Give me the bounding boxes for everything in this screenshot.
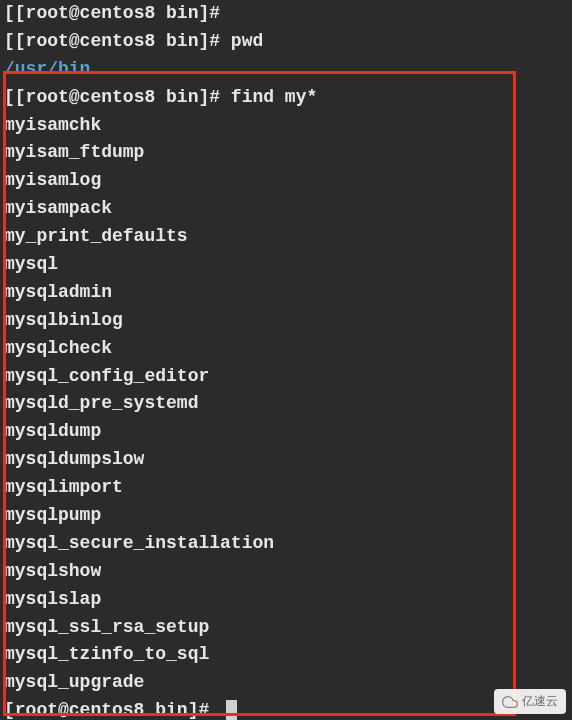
- terminal-line: [[root@centos8 bin]# pwd: [4, 28, 568, 56]
- command-output: mysqldumpslow: [4, 449, 144, 469]
- terminal-line: mysqlcheck: [4, 335, 568, 363]
- shell-command: find my*: [231, 87, 317, 107]
- watermark: 亿速云: [494, 689, 566, 714]
- command-output: my_print_defaults: [4, 226, 188, 246]
- terminal-line: mysql_secure_installation: [4, 530, 568, 558]
- command-output: mysqlbinlog: [4, 310, 123, 330]
- command-output: mysql_secure_installation: [4, 533, 274, 553]
- command-output: mysql_upgrade: [4, 672, 144, 692]
- shell-prompt: [root@centos8 bin]#: [15, 3, 231, 23]
- terminal-line: mysqlimport: [4, 474, 568, 502]
- command-output: mysqlcheck: [4, 338, 112, 358]
- command-output: mysqlpump: [4, 505, 101, 525]
- shell-prompt: [root@centos8 bin]#: [4, 700, 220, 720]
- terminal-line: myisampack: [4, 195, 568, 223]
- terminal-line: mysqlslap: [4, 586, 568, 614]
- terminal-line: [[root@centos8 bin]#: [4, 0, 568, 28]
- terminal-line: mysql_ssl_rsa_setup: [4, 614, 568, 642]
- cloud-icon: [502, 694, 518, 710]
- command-output: mysqlimport: [4, 477, 123, 497]
- command-output: mysqld_pre_systemd: [4, 393, 198, 413]
- terminal-line: my_print_defaults: [4, 223, 568, 251]
- watermark-text: 亿速云: [522, 692, 558, 711]
- terminal-output[interactable]: [[root@centos8 bin]# [[root@centos8 bin]…: [4, 0, 568, 720]
- cursor: [226, 700, 237, 720]
- command-output: myisamlog: [4, 170, 101, 190]
- command-output: mysql_ssl_rsa_setup: [4, 617, 209, 637]
- terminal-line: mysqlshow: [4, 558, 568, 586]
- command-output: mysqldump: [4, 421, 101, 441]
- terminal-line: [[root@centos8 bin]# find my*: [4, 84, 568, 112]
- terminal-line: mysqladmin: [4, 279, 568, 307]
- command-output: mysqlslap: [4, 589, 101, 609]
- shell-prompt: [root@centos8 bin]#: [15, 31, 231, 51]
- terminal-line: mysql: [4, 251, 568, 279]
- command-output: myisam_ftdump: [4, 142, 144, 162]
- terminal-line: mysql_config_editor: [4, 363, 568, 391]
- shell-prompt: [root@centos8 bin]#: [15, 87, 231, 107]
- shell-command: pwd: [231, 31, 263, 51]
- terminal-line: /usr/bin: [4, 56, 568, 84]
- terminal-line: myisamlog: [4, 167, 568, 195]
- command-output: mysql_tzinfo_to_sql: [4, 644, 209, 664]
- terminal-line: mysql_upgrade: [4, 669, 568, 697]
- terminal-line: mysqldumpslow: [4, 446, 568, 474]
- command-output: myisampack: [4, 198, 112, 218]
- terminal-line: mysqlpump: [4, 502, 568, 530]
- command-output: mysqlshow: [4, 561, 101, 581]
- command-output: mysql: [4, 254, 58, 274]
- terminal-line: myisam_ftdump: [4, 139, 568, 167]
- command-output: mysqladmin: [4, 282, 112, 302]
- command-output: mysql_config_editor: [4, 366, 209, 386]
- command-output: myisamchk: [4, 115, 101, 135]
- terminal-line: [root@centos8 bin]#: [4, 697, 568, 720]
- path-output: /usr/bin: [4, 59, 90, 79]
- terminal-line: mysqlbinlog: [4, 307, 568, 335]
- terminal-line: mysqldump: [4, 418, 568, 446]
- terminal-line: mysql_tzinfo_to_sql: [4, 641, 568, 669]
- terminal-line: myisamchk: [4, 112, 568, 140]
- terminal-line: mysqld_pre_systemd: [4, 390, 568, 418]
